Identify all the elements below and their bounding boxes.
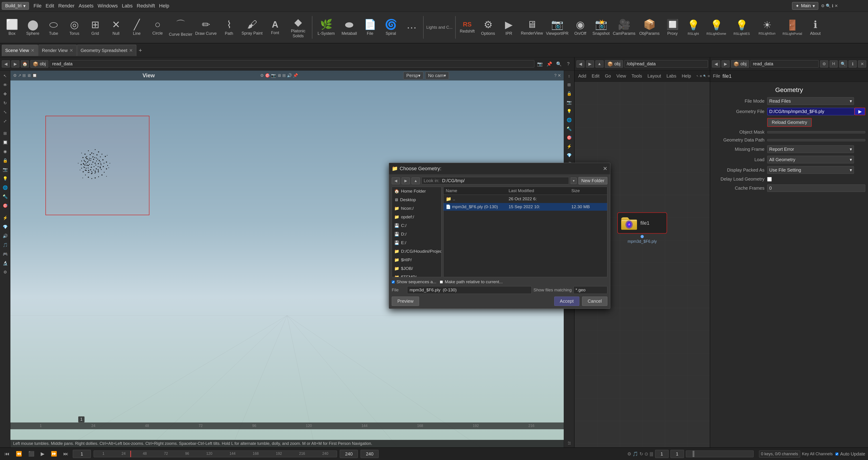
col-name[interactable]: Name — [446, 188, 508, 193]
location-home-label: Home Folder — [401, 189, 426, 194]
desktop-icon: 🖥 — [394, 197, 398, 202]
location-e-label: E:/ — [401, 240, 406, 245]
show-sequences-label: Show sequences a... — [397, 279, 436, 284]
dialog-files: Name Last Modified Size 📁 .. 26 Oct 2022… — [443, 187, 608, 277]
mpm3d-file-label: mpm3d_$F6.ply (0-130) — [452, 204, 498, 209]
dialog-look-in-value: D:/CG/tmp/ — [442, 178, 465, 183]
location-dcg-label: D:/CG/Houdini/Projec — [401, 249, 441, 254]
file-row-mpm3d-size: 12.30 MB — [571, 204, 605, 209]
dialog-options-row: Show sequences a... Make path relative t… — [392, 279, 608, 284]
dialog-new-folder-btn[interactable]: New Folder — [579, 177, 608, 184]
hip-folder-icon: 📁 — [394, 257, 399, 263]
dialog-preview-btn[interactable]: Preview — [392, 297, 419, 306]
dialog-look-in-arrow[interactable]: ▾ — [571, 178, 577, 184]
col-date[interactable]: Last Modified — [508, 188, 571, 193]
make-relative-label: Make path relative to current... — [445, 279, 503, 284]
dialog-cancel-btn[interactable]: Cancel — [582, 297, 608, 306]
dialog-show-matching-label: Show files matching — [533, 287, 572, 293]
location-dcg[interactable]: 📁 D:/CG/Houdini/Projec — [392, 247, 441, 256]
location-job[interactable]: 📁 $JOB/ — [392, 264, 441, 273]
show-sequences-row: Show sequences a... — [392, 279, 436, 284]
show-sequences-checkbox[interactable] — [392, 280, 395, 283]
location-d[interactable]: 💾 D:/ — [392, 230, 441, 239]
file-row-parent[interactable]: 📁 .. 26 Oct 2022 6: — [443, 195, 607, 203]
dialog-actions: Preview Accept Cancel — [392, 297, 608, 306]
location-c[interactable]: 💾 C:/ — [392, 221, 441, 230]
dialog-nav-up[interactable]: ▲ — [412, 178, 420, 184]
hicon-icon: 📁 — [394, 206, 399, 211]
dialog-toolbar: ◀ ▶ ▲ Look in: D:/CG/tmp/ ▾ New Folder — [392, 177, 608, 184]
dialog-file-input[interactable] — [407, 286, 532, 294]
temp-folder-icon: 📁 — [394, 275, 399, 277]
location-d-label: D:/ — [401, 232, 406, 237]
dialog-body: ◀ ▶ ▲ Look in: D:/CG/tmp/ ▾ New Folder 🏠… — [389, 174, 610, 309]
location-temp[interactable]: 📁 $TEMP/ — [392, 273, 441, 277]
location-home[interactable]: 🏠 Home Folder — [392, 187, 441, 195]
location-c-label: C:/ — [401, 223, 406, 228]
e-drive-icon: 💾 — [394, 240, 399, 245]
file-row-mpm3d-name: 📄 mpm3d_$F6.ply (0-130) — [446, 204, 508, 209]
job-folder-icon: 📁 — [394, 266, 399, 271]
dcg-folder-icon: 📁 — [394, 249, 399, 254]
location-desktop-label: Desktop — [400, 197, 416, 202]
dialog-title-text: Choose Geometry: — [400, 166, 441, 172]
location-hicon[interactable]: 📁 hicon:/ — [392, 204, 441, 213]
parent-folder-icon: 📁 — [446, 196, 452, 202]
location-opdef[interactable]: 📁 opdef:/ — [392, 213, 441, 221]
dialog-locations: 🏠 Home Folder 🖥 Desktop 📁 hicon:/ 📁 opde… — [392, 187, 441, 277]
dialog-filter-input[interactable] — [574, 286, 608, 294]
dialog-title: 📁 Choose Geometry: — [392, 166, 441, 172]
location-e[interactable]: 💾 E:/ — [392, 239, 441, 247]
dialog-close-btn[interactable]: ✕ — [603, 165, 608, 172]
c-drive-icon: 💾 — [394, 223, 399, 228]
col-size[interactable]: Size — [571, 188, 605, 193]
mpm3d-file-icon: 📄 — [446, 204, 451, 209]
file-row-mpm3d[interactable]: 📄 mpm3d_$F6.ply (0-130) 15 Sep 2022 10: … — [443, 203, 607, 211]
dialog-file-input-row: File Show files matching — [392, 286, 608, 294]
location-hicon-label: hicon:/ — [401, 206, 414, 211]
dialog-file-header: Name Last Modified Size — [443, 187, 607, 195]
dialog-accept-btn[interactable]: Accept — [554, 297, 579, 306]
choose-geometry-dialog: 📁 Choose Geometry: ✕ ◀ ▶ ▲ Look in: D:/C… — [389, 163, 610, 309]
opdef-icon: 📁 — [394, 215, 399, 219]
make-relative-row: Make path relative to current... — [440, 279, 503, 284]
file-row-mpm3d-date: 15 Sep 2022 10: — [508, 204, 571, 209]
dialog-look-in-label: Look in: — [424, 178, 439, 183]
file-row-parent-name: 📁 .. — [446, 196, 508, 202]
dialog-file-input-label: File — [392, 287, 405, 293]
location-hip[interactable]: 📁 $HIP/ — [392, 256, 441, 264]
parent-dir-label: .. — [453, 196, 455, 202]
dialog-title-bar: 📁 Choose Geometry: ✕ — [389, 163, 610, 174]
home-folder-icon: 🏠 — [394, 189, 399, 194]
dialog-overlay: 📁 Choose Geometry: ✕ ◀ ▶ ▲ Look in: D:/C… — [0, 0, 868, 460]
location-job-label: $JOB/ — [401, 266, 413, 271]
dialog-nav-fwd[interactable]: ▶ — [402, 178, 410, 184]
dialog-folder-icon: 📁 — [392, 166, 398, 172]
location-desktop[interactable]: 🖥 Desktop — [392, 195, 441, 204]
dialog-file-area: 🏠 Home Folder 🖥 Desktop 📁 hicon:/ 📁 opde… — [392, 187, 608, 277]
file-row-parent-date: 26 Oct 2022 6: — [508, 196, 571, 202]
dialog-nav-back[interactable]: ◀ — [392, 178, 400, 184]
d-drive-icon: 💾 — [394, 232, 399, 237]
location-hip-label: $HIP/ — [401, 257, 412, 263]
location-temp-label: $TEMP/ — [401, 275, 416, 277]
make-relative-checkbox[interactable] — [440, 280, 443, 283]
dialog-look-in-input[interactable]: Look in: D:/CG/tmp/ — [422, 177, 569, 184]
dialog-bottom: Show sequences a... Make path relative t… — [392, 279, 608, 306]
location-opdef-label: opdef:/ — [401, 215, 414, 219]
